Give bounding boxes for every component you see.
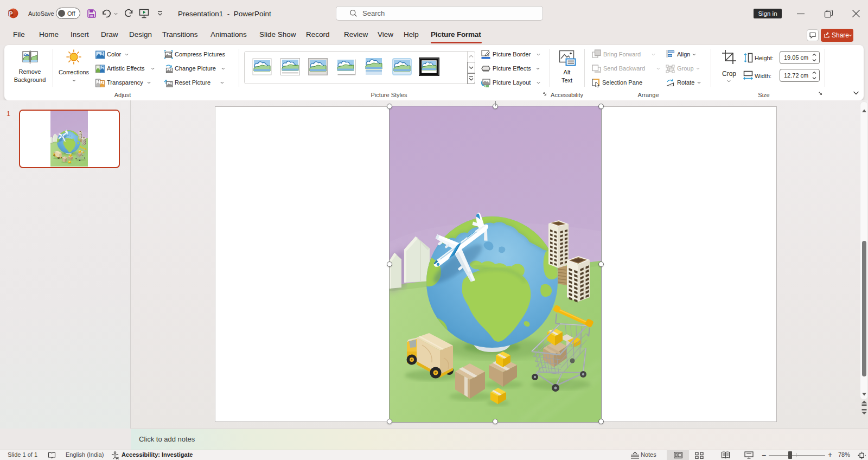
svg-text:P: P bbox=[9, 10, 12, 17]
